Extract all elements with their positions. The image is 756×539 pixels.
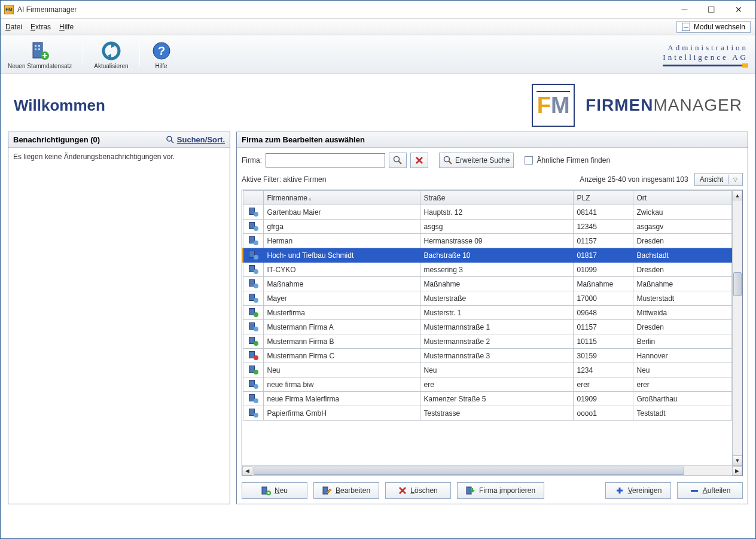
cell-plz: 01909 (573, 392, 633, 406)
cell-strasse: Mustermannstraße 2 (420, 334, 573, 349)
col-plz[interactable]: PLZ (573, 191, 633, 205)
scroll-thumb-h[interactable] (254, 467, 684, 475)
table-row[interactable]: Hoch- und Tiefbau SchmidtBachstraße 1001… (243, 248, 732, 263)
cell-strasse: Musterstraße (420, 291, 573, 306)
scroll-up-icon[interactable]: ▲ (733, 190, 742, 200)
cell-strasse: Musterstr. 1 (420, 306, 573, 320)
vereinigen-button[interactable]: Vereinigen (605, 482, 671, 499)
col-ort[interactable]: Ort (633, 191, 732, 205)
cell-ort: Hannover (633, 349, 732, 363)
modul-wechseln-button[interactable]: Modul wechseln (676, 21, 751, 33)
neu-button[interactable]: Neu (242, 482, 307, 499)
search-row: Firma: Erweiterte Suche Ähnliche Firmen … (242, 153, 743, 168)
firma-panel: Firma zum Bearbeiten auswählen Firma: Er… (236, 132, 748, 504)
bearbeiten-button[interactable]: Bearbeiten (313, 482, 379, 499)
table-row[interactable]: MusterfirmaMusterstr. 109648Mittweida (243, 306, 732, 320)
dropdown-icon: ▽ (733, 176, 737, 182)
table-row[interactable]: Gartenbau MaierHauptstr. 1208141Zwickau (243, 205, 732, 220)
split-icon (690, 486, 699, 495)
cell-plz: Maßnahme (573, 277, 633, 291)
cell-firmenname: Neu (263, 363, 420, 377)
table-row[interactable]: MaßnahmeMaßnahmeMaßnahmeMaßnahme (243, 277, 732, 291)
table-row[interactable]: Mustermann Firma AMustermannstraße 10115… (243, 320, 732, 334)
firma-search-input[interactable] (266, 153, 385, 168)
table-row[interactable]: neue firma biwereerererer (243, 377, 732, 392)
suchen-sort-link[interactable]: Suchen/Sort. (166, 135, 225, 144)
close-button[interactable]: ✕ (725, 1, 752, 18)
clear-search-button[interactable] (410, 153, 428, 168)
cell-firmenname: gfrga (263, 220, 420, 234)
fm-square-icon: FM (532, 84, 575, 127)
scroll-down-icon[interactable]: ▼ (733, 455, 742, 465)
cell-ort: Dresden (633, 234, 732, 248)
header-area: Willkommen FM FIRMENMANAGER (1, 74, 755, 132)
cell-strasse: asgsg (420, 220, 573, 234)
table-row[interactable]: HermanHermanstrasse 0901157Dresden (243, 234, 732, 248)
scroll-left-icon[interactable]: ◀ (242, 466, 252, 476)
col-strasse[interactable]: Straße (420, 191, 573, 205)
horizontal-scrollbar[interactable]: ◀ ▶ (242, 465, 742, 476)
firma-label: Firma: (242, 156, 262, 165)
table-row[interactable]: neue Firma MalerfirmaKamenzer Straße 501… (243, 392, 732, 406)
building-icon (248, 407, 258, 417)
cell-strasse: Kamenzer Straße 5 (420, 392, 573, 406)
menu-hilfe[interactable]: Hilfe (59, 23, 74, 31)
search-plus-icon (443, 156, 453, 165)
cell-plz: 01817 (573, 248, 633, 263)
ansicht-button[interactable]: Ansicht ▽ (694, 173, 743, 186)
table-row[interactable]: MayerMusterstraße17000Musterstadt (243, 291, 732, 306)
cell-plz: oooo1 (573, 406, 633, 421)
menu-extras[interactable]: Extras (31, 23, 51, 31)
building-icon (248, 307, 258, 316)
cell-firmenname: Herman (263, 234, 420, 248)
cell-ort: Dresden (633, 320, 732, 334)
table-row[interactable]: IT-CYKOmessering 301099Dresden (243, 263, 732, 277)
svg-line-12 (398, 161, 401, 164)
cell-firmenname: Mustermann Firma B (263, 334, 420, 349)
maximize-button[interactable]: ☐ (698, 1, 725, 18)
aktive-filter-text: Aktive Filter: aktive Firmen (242, 175, 326, 184)
firma-panel-body: Firma: Erweiterte Suche Ähnliche Firmen … (237, 148, 748, 504)
vertical-scrollbar[interactable]: ▲ ▼ (732, 190, 742, 465)
cell-ort: Zwickau (633, 205, 732, 220)
col-firmenname[interactable]: Firmenname (263, 191, 420, 205)
toolbar-hilfe-button[interactable]: ? Hilfe (151, 40, 172, 69)
scroll-thumb[interactable] (733, 272, 742, 296)
search-button[interactable] (389, 153, 407, 168)
importieren-button[interactable]: Firma importieren (457, 482, 544, 499)
toolbar-neu-button[interactable]: Neuen Stammdatensatz (8, 40, 72, 69)
cell-strasse: Teststrasse (420, 406, 573, 421)
cell-firmenname: Papierfirma GmbH (263, 406, 420, 421)
svg-line-14 (449, 161, 452, 164)
svg-rect-3 (35, 48, 36, 50)
building-edit-icon (322, 486, 332, 495)
menubar: Datei Extras Hilfe Modul wechseln (1, 19, 755, 35)
anzeige-text: Anzeige 25-40 von insgesamt 103 (580, 175, 688, 184)
cell-plz: 17000 (573, 291, 633, 306)
table-row[interactable]: gfrgaasgsg12345asgasgv (243, 220, 732, 234)
row-icon-cell (243, 234, 263, 248)
toolbar-neu-label: Neuen Stammdatensatz (8, 63, 72, 69)
col-icon[interactable] (243, 191, 263, 205)
building-icon (248, 336, 258, 345)
table-row[interactable]: Mustermann Firma BMustermannstraße 21011… (243, 334, 732, 349)
table-row[interactable]: Papierfirma GmbHTeststrasseoooo1Teststad… (243, 406, 732, 421)
minimize-button[interactable]: ─ (671, 1, 698, 18)
building-icon (248, 393, 258, 403)
row-icon-cell (243, 220, 263, 234)
svg-rect-15 (262, 487, 267, 494)
building-icon (248, 249, 258, 259)
toolbar-separator (83, 42, 83, 66)
toolbar-aktualisieren-button[interactable]: Aktualisieren (94, 40, 128, 69)
aufteilen-button[interactable]: Aufteilen (677, 482, 743, 499)
menu-datei[interactable]: Datei (5, 23, 22, 31)
row-icon-cell (243, 291, 263, 306)
aehnliche-checkbox[interactable] (525, 156, 533, 165)
table-row[interactable]: Mustermann Firma CMustermannstraße 33015… (243, 349, 732, 363)
scroll-right-icon[interactable]: ▶ (732, 466, 742, 476)
erweiterte-suche-button[interactable]: Erweiterte Suche (439, 153, 514, 168)
table-row[interactable]: NeuNeu1234Neu (243, 363, 732, 377)
firma-table: Firmenname Straße PLZ Ort Gartenbau Maie… (242, 190, 732, 465)
cell-ort: Dresden (633, 263, 732, 277)
loeschen-button[interactable]: Löschen (385, 482, 451, 499)
